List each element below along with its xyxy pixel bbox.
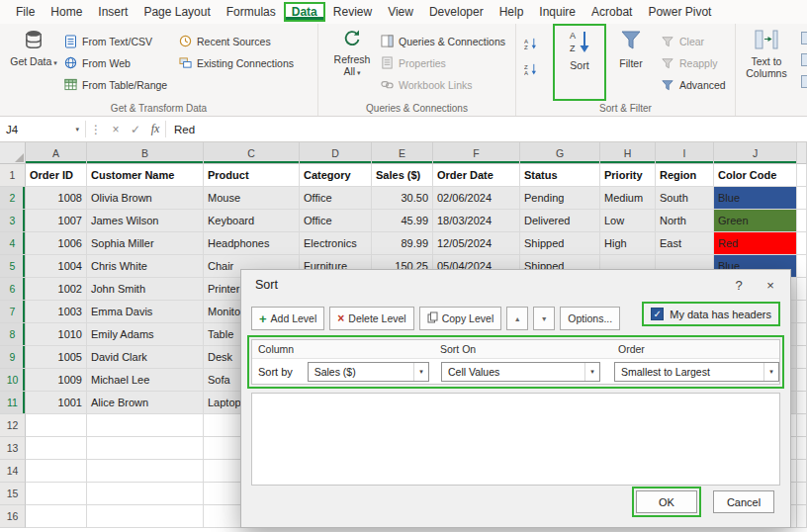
cancel-icon[interactable]: × [106, 117, 126, 141]
sort-on-dropdown[interactable]: Cell Values ▾ [441, 362, 600, 382]
cell[interactable]: Priority [600, 164, 656, 187]
cell[interactable]: 1010 [26, 323, 87, 346]
cell[interactable]: Blue [714, 187, 797, 210]
from-table-range-button[interactable]: From Table/Range [63, 74, 167, 95]
cell[interactable]: 1009 [26, 369, 87, 392]
cell[interactable]: Mouse [204, 187, 300, 210]
cell[interactable]: 30.50 [372, 187, 433, 210]
move-down-button[interactable]: ▼ [533, 307, 555, 330]
sort-by-dropdown[interactable]: Sales ($) ▾ [308, 362, 429, 382]
column-header-A[interactable]: A [26, 142, 87, 164]
add-level-button[interactable]: + Add Level [251, 307, 324, 330]
copy-level-button[interactable]: Copy Level [419, 307, 502, 330]
cell[interactable] [797, 210, 807, 232]
cell[interactable] [26, 437, 87, 460]
from-web-button[interactable]: From Web [63, 52, 131, 73]
cell[interactable] [26, 505, 87, 528]
column-header-I[interactable]: I [656, 142, 714, 164]
row-header-11[interactable]: 11 [0, 392, 26, 414]
sort-az-button[interactable]: AZ [524, 33, 538, 53]
tab-file[interactable]: File [8, 2, 43, 22]
cell[interactable]: Michael Lee [87, 369, 204, 392]
ok-button[interactable]: OK [636, 490, 697, 513]
options-button[interactable]: Options... [560, 307, 620, 330]
tab-insert[interactable]: Insert [90, 2, 135, 22]
row-header-10[interactable]: 10 [0, 369, 26, 392]
advanced-filter-button[interactable]: Advanced [661, 74, 726, 95]
cell[interactable]: Category [300, 164, 372, 187]
row-header-5[interactable]: 5 [0, 255, 26, 278]
cell[interactable] [87, 483, 204, 505]
cell[interactable] [797, 392, 807, 414]
cell[interactable]: Chris White [87, 255, 204, 278]
cell[interactable]: Order ID [26, 164, 87, 187]
cell[interactable]: Keyboard [204, 210, 300, 232]
row-header-8[interactable]: 8 [0, 323, 26, 346]
column-header-D[interactable]: D [300, 142, 372, 164]
chevron-down-icon[interactable]: ▾ [75, 126, 79, 133]
cell[interactable] [87, 414, 204, 437]
tab-review[interactable]: Review [325, 2, 380, 22]
help-icon[interactable]: ? [723, 272, 755, 298]
cell[interactable]: 1006 [26, 232, 87, 255]
sort-dialog-titlebar[interactable]: Sort ? × [241, 270, 790, 300]
cell[interactable]: Shipped [520, 232, 600, 255]
enter-icon[interactable]: ✓ [126, 117, 145, 141]
cell[interactable]: Pending [520, 187, 600, 210]
cell[interactable]: 1004 [26, 255, 87, 278]
row-header-3[interactable]: 3 [0, 210, 26, 232]
cell[interactable]: High [600, 232, 656, 255]
tab-acrobat[interactable]: Acrobat [583, 2, 640, 22]
cell[interactable]: 89.99 [372, 232, 433, 255]
row-header-13[interactable]: 13 [0, 437, 26, 460]
cell[interactable] [797, 346, 807, 369]
cell[interactable]: 1005 [26, 346, 87, 369]
cell[interactable] [797, 483, 807, 505]
cell[interactable]: Emma Davis [87, 301, 204, 323]
tab-data[interactable]: Data [284, 2, 325, 22]
cell[interactable]: Sales ($) [372, 164, 433, 187]
cell[interactable] [26, 460, 87, 483]
cell[interactable] [87, 460, 204, 483]
cell[interactable] [797, 278, 807, 301]
row-header-14[interactable]: 14 [0, 460, 26, 483]
row-header-9[interactable]: 9 [0, 346, 26, 369]
cell[interactable]: 1008 [26, 187, 87, 210]
tab-help[interactable]: Help [492, 2, 532, 22]
cell[interactable]: 1003 [26, 301, 87, 323]
cell[interactable] [797, 460, 807, 483]
cell[interactable]: Electronics [300, 232, 372, 255]
cell[interactable] [797, 505, 807, 528]
checkbox-checked-icon[interactable]: ✓ [651, 308, 664, 320]
move-up-button[interactable]: ▲ [506, 307, 528, 330]
cell[interactable] [26, 483, 87, 505]
cell[interactable] [797, 187, 807, 210]
close-icon[interactable]: × [755, 272, 786, 298]
cell[interactable]: Delivered [520, 210, 600, 232]
my-data-has-headers-checkbox[interactable]: ✓ My data has headers [642, 302, 780, 326]
cell[interactable]: John Smith [87, 278, 204, 301]
cell[interactable]: Green [714, 210, 797, 232]
cell[interactable]: Emily Adams [87, 323, 204, 346]
cell[interactable]: 1002 [26, 278, 87, 301]
remove-duplicates-icon[interactable] [801, 53, 807, 66]
row-header-15[interactable]: 15 [0, 483, 26, 505]
cell[interactable]: South [656, 187, 714, 210]
cell[interactable]: Headphones [204, 232, 300, 255]
cell[interactable]: 45.99 [372, 210, 433, 232]
filter-button[interactable]: Filter [609, 29, 653, 96]
text-to-columns-button[interactable]: Text to Columns [738, 29, 795, 96]
cell[interactable] [797, 301, 807, 323]
cell[interactable] [26, 414, 87, 437]
cell[interactable]: Red [714, 232, 797, 255]
cell[interactable]: Sophia Miller [87, 232, 204, 255]
cell[interactable]: 1001 [26, 392, 87, 414]
cell[interactable]: 18/03/2024 [433, 210, 520, 232]
clear-filter-button[interactable]: Clear [661, 31, 704, 51]
tab-power-pivot[interactable]: Power Pivot [640, 2, 719, 22]
row-header-4[interactable]: 4 [0, 232, 26, 255]
column-header-F[interactable]: F [433, 142, 520, 164]
cell[interactable] [797, 323, 807, 346]
column-header-J[interactable]: J [714, 142, 797, 164]
tab-formulas[interactable]: Formulas [219, 2, 284, 22]
